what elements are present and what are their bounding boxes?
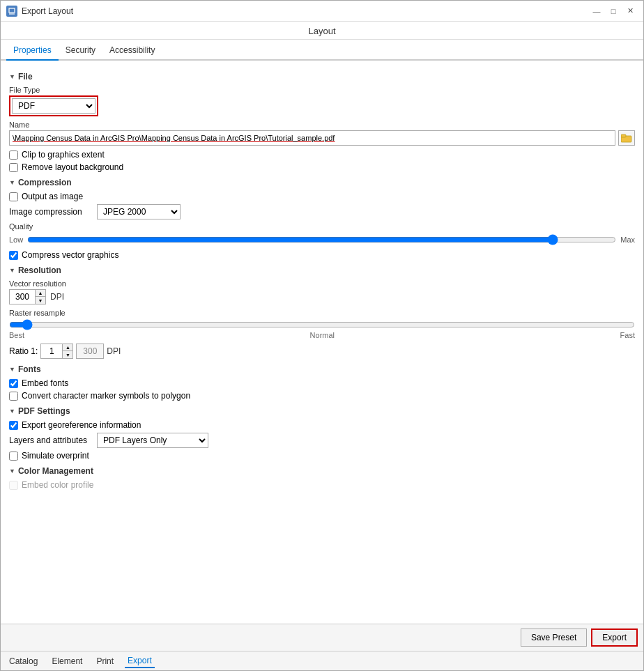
- ratio-spinner: ▲ ▼: [40, 344, 73, 359]
- spinner-buttons: ▲ ▼: [35, 290, 45, 304]
- raster-resample-label: Raster resample: [9, 309, 635, 317]
- file-chevron-icon: ▼: [9, 73, 15, 80]
- taskbar-element[interactable]: Element: [49, 655, 85, 668]
- file-type-select[interactable]: PDF PNG JPEG TIFF SVG: [12, 98, 95, 114]
- image-compression-row: Image compression JPEG 2000 JPEG LZW Non…: [9, 204, 635, 219]
- embed-fonts-label: Embed fonts: [22, 378, 68, 388]
- pdf-settings-chevron-icon: ▼: [9, 408, 15, 415]
- resolution-section-header: ▼ Resolution: [9, 265, 635, 275]
- image-compression-label: Image compression: [9, 207, 93, 217]
- ratio-label: Ratio 1:: [9, 346, 38, 356]
- tab-accessibility[interactable]: Accessibility: [102, 41, 162, 61]
- vector-resolution-label: Vector resolution: [9, 279, 635, 288]
- output-as-image-checkbox[interactable]: [9, 192, 18, 201]
- embed-color-row: Embed color profile: [9, 480, 635, 490]
- pdf-settings-section-header: ▼ PDF Settings: [9, 406, 635, 416]
- export-georef-checkbox[interactable]: [9, 421, 18, 430]
- svg-rect-3: [621, 134, 626, 137]
- tab-properties[interactable]: Properties: [6, 41, 59, 61]
- file-type-label: File Type: [9, 86, 635, 94]
- vector-resolution-unit: DPI: [50, 292, 64, 302]
- fonts-chevron-icon: ▼: [9, 366, 15, 373]
- minimize-button[interactable]: —: [589, 4, 604, 18]
- raster-resample-slider[interactable]: [9, 318, 635, 331]
- title-bar: Export Layout — □ ✕: [1, 1, 643, 22]
- taskbar: Catalog Element Print Export: [1, 651, 643, 670]
- compression-section-header: ▼ Compression: [9, 178, 635, 187]
- embed-fonts-checkbox[interactable]: [9, 379, 18, 388]
- output-as-image-label: Output as image: [22, 192, 83, 201]
- spinner-down-button[interactable]: ▼: [36, 297, 45, 304]
- vector-resolution-spinner: ▲ ▼: [9, 289, 46, 304]
- quality-row: Quality Low Max: [9, 222, 635, 246]
- export-georef-label: Export georeference information: [22, 420, 141, 430]
- ratio-spinner-buttons: ▲ ▼: [62, 344, 72, 358]
- browse-button[interactable]: [618, 130, 635, 146]
- title-bar-left: Export Layout: [6, 6, 73, 17]
- embed-color-checkbox: [9, 481, 18, 490]
- vector-resolution-input[interactable]: [10, 290, 35, 304]
- bottom-bar: Save Preset Export: [1, 624, 643, 651]
- tabs-bar: Properties Security Accessibility: [1, 41, 643, 61]
- export-georef-row: Export georeference information: [9, 420, 635, 430]
- ratio-row: Ratio 1: ▲ ▼ DPI: [9, 344, 635, 359]
- export-button[interactable]: Export: [591, 628, 638, 647]
- save-preset-button[interactable]: Save Preset: [521, 628, 587, 647]
- remove-bg-checkbox[interactable]: [9, 163, 18, 172]
- file-section-header: ▼ File: [9, 72, 635, 82]
- image-compression-select[interactable]: JPEG 2000 JPEG LZW None: [97, 204, 181, 219]
- name-row: Name: [9, 121, 635, 146]
- export-layout-window: Export Layout — □ ✕ Layout Properties Se…: [0, 0, 644, 671]
- simulate-overprint-row: Simulate overprint: [9, 451, 635, 461]
- layers-select[interactable]: PDF Layers Only PDF Layers and Attribute…: [97, 433, 208, 448]
- quality-slider-container: Low Max: [9, 233, 635, 246]
- ratio-down-button[interactable]: ▼: [63, 351, 72, 358]
- raster-best-label: Best: [9, 331, 24, 339]
- convert-char-checkbox[interactable]: [9, 392, 18, 401]
- remove-bg-label: Remove layout background: [22, 162, 123, 172]
- ratio-dpi-unit: DPI: [107, 346, 121, 356]
- spinner-up-button[interactable]: ▲: [36, 290, 45, 297]
- name-input[interactable]: [9, 130, 615, 146]
- taskbar-export[interactable]: Export: [125, 654, 155, 668]
- fonts-section-header: ▼ Fonts: [9, 364, 635, 374]
- raster-fast-label: Fast: [620, 331, 635, 339]
- ratio-dpi-input: [76, 344, 104, 359]
- content-area: ▼ File File Type PDF PNG JPEG TIFF SVG N…: [1, 61, 643, 624]
- raster-markers: Best Normal Fast: [9, 331, 635, 339]
- clip-graphics-label: Clip to graphics extent: [22, 150, 105, 160]
- simulate-overprint-checkbox[interactable]: [9, 452, 18, 461]
- quality-slider[interactable]: [27, 233, 616, 246]
- color-management-section-header: ▼ Color Management: [9, 466, 635, 476]
- clip-graphics-checkbox[interactable]: [9, 151, 18, 160]
- compression-chevron-icon: ▼: [9, 179, 15, 186]
- window-title: Export Layout: [22, 6, 73, 16]
- name-input-row: [9, 130, 635, 146]
- quality-low-label: Low: [9, 236, 23, 244]
- layers-row: Layers and attributes PDF Layers Only PD…: [9, 433, 635, 448]
- file-type-box: PDF PNG JPEG TIFF SVG: [9, 95, 98, 116]
- ratio-input[interactable]: [41, 344, 62, 358]
- layers-label: Layers and attributes: [9, 435, 93, 445]
- raster-normal-label: Normal: [310, 331, 335, 339]
- clip-graphics-row: Clip to graphics extent: [9, 150, 635, 160]
- raster-resample-row: Raster resample Best Normal Fast: [9, 309, 635, 339]
- window-controls: — □ ✕: [589, 4, 638, 18]
- name-label: Name: [9, 121, 635, 129]
- close-button[interactable]: ✕: [622, 4, 638, 18]
- compress-vector-checkbox[interactable]: [9, 251, 18, 260]
- compress-vector-row: Compress vector graphics: [9, 250, 635, 260]
- vector-resolution-spinner-row: ▲ ▼ DPI: [9, 289, 635, 304]
- remove-bg-row: Remove layout background: [9, 162, 635, 172]
- simulate-overprint-label: Simulate overprint: [22, 451, 89, 461]
- restore-button[interactable]: □: [606, 4, 621, 18]
- ratio-up-button[interactable]: ▲: [63, 344, 72, 351]
- taskbar-print[interactable]: Print: [93, 655, 116, 668]
- quality-label: Quality: [9, 222, 635, 231]
- embed-color-label: Embed color profile: [22, 480, 93, 490]
- center-title: Layout: [1, 22, 643, 40]
- convert-char-label: Convert character marker symbols to poly…: [22, 391, 190, 401]
- tab-security[interactable]: Security: [59, 41, 102, 61]
- output-as-image-row: Output as image: [9, 192, 635, 201]
- taskbar-catalog[interactable]: Catalog: [6, 655, 40, 668]
